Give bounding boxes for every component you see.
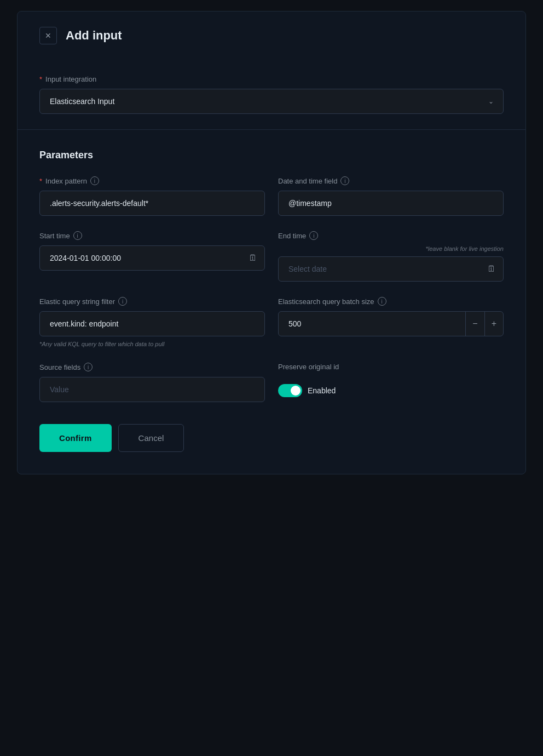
elastic-query-input[interactable] — [39, 311, 265, 336]
input-integration-group: * Input integration Elasticsearch Input … — [39, 75, 504, 114]
input-integration-section: * Input integration Elasticsearch Input … — [18, 60, 525, 129]
end-time-info-icon[interactable]: i — [309, 231, 318, 240]
index-pattern-input[interactable] — [39, 191, 265, 216]
source-fields-label: Source fields i — [39, 363, 265, 371]
parameters-title: Parameters — [39, 150, 504, 161]
preserve-toggle-wrapper: Enabled — [278, 384, 504, 397]
modal-header: ✕ Add input — [18, 12, 525, 60]
date-time-field-group: Date and time field i — [278, 176, 504, 216]
batch-size-label: Elasticsearch query batch size i — [278, 297, 504, 306]
elastic-query-label: Elastic query string filter i — [39, 297, 265, 306]
start-time-input[interactable] — [39, 245, 265, 271]
index-pattern-group: * Index pattern i — [39, 176, 265, 216]
row-start-end-time: Start time i 🗓 End time i *leave blank f… — [39, 231, 504, 282]
cancel-button[interactable]: Cancel — [118, 424, 184, 452]
row-query-batch: Elastic query string filter i *Any valid… — [39, 297, 504, 347]
source-fields-info-icon[interactable]: i — [84, 363, 93, 371]
index-pattern-info-icon[interactable]: i — [90, 176, 99, 185]
elastic-query-info-icon[interactable]: i — [118, 297, 127, 306]
toggle-label: Enabled — [308, 386, 336, 395]
preserve-original-id-group: Preserve original id Enabled — [278, 363, 504, 402]
row-source-preserve: Source fields i Preserve original id Ena… — [39, 363, 504, 402]
source-fields-input[interactable] — [39, 377, 265, 402]
date-time-info-icon[interactable]: i — [340, 176, 349, 185]
batch-size-group: Elasticsearch query batch size i − + — [278, 297, 504, 347]
row-index-date: * Index pattern i Date and time field i — [39, 176, 504, 216]
close-button[interactable]: ✕ — [39, 27, 57, 44]
end-time-label: End time i — [278, 231, 504, 240]
batch-size-increment-button[interactable]: + — [484, 312, 503, 336]
batch-size-decrement-button[interactable]: − — [465, 312, 484, 336]
batch-size-info-icon[interactable]: i — [378, 297, 386, 306]
index-pattern-label: * Index pattern i — [39, 176, 265, 185]
preserve-toggle[interactable] — [278, 384, 302, 397]
footer-buttons: Confirm Cancel — [39, 424, 504, 452]
elastic-query-group: Elastic query string filter i *Any valid… — [39, 297, 265, 347]
batch-size-input-wrapper: − + — [278, 311, 504, 336]
add-input-modal: ✕ Add input * Input integration Elastics… — [17, 11, 526, 474]
start-time-info-icon[interactable]: i — [73, 231, 82, 240]
index-required-star: * — [39, 177, 42, 185]
modal-title: Add input — [66, 28, 122, 43]
end-time-input-wrapper: 🗓 — [278, 256, 504, 282]
start-time-label: Start time i — [39, 231, 265, 240]
input-integration-select-wrapper: Elasticsearch Input ⌄ — [39, 89, 504, 114]
end-time-group: End time i *leave blank for live ingesti… — [278, 231, 504, 282]
date-time-field-label: Date and time field i — [278, 176, 504, 185]
end-time-note: *leave blank for live ingestion — [278, 245, 504, 252]
toggle-slider — [278, 384, 302, 397]
end-time-input[interactable] — [278, 256, 504, 282]
confirm-button[interactable]: Confirm — [39, 424, 112, 452]
batch-size-input[interactable] — [279, 312, 465, 336]
date-time-field-input[interactable] — [278, 191, 504, 216]
start-time-input-wrapper: 🗓 — [39, 245, 265, 271]
source-fields-group: Source fields i — [39, 363, 265, 402]
start-time-group: Start time i 🗓 — [39, 231, 265, 282]
elastic-query-hint: *Any valid KQL query to filter which dat… — [39, 341, 265, 347]
input-integration-label: * Input integration — [39, 75, 504, 83]
preserve-original-id-label: Preserve original id — [278, 363, 504, 371]
parameters-section: Parameters * Index pattern i Date and ti… — [18, 130, 525, 474]
close-icon: ✕ — [45, 31, 51, 40]
required-star: * — [39, 75, 42, 83]
input-integration-select[interactable]: Elasticsearch Input — [39, 89, 504, 114]
